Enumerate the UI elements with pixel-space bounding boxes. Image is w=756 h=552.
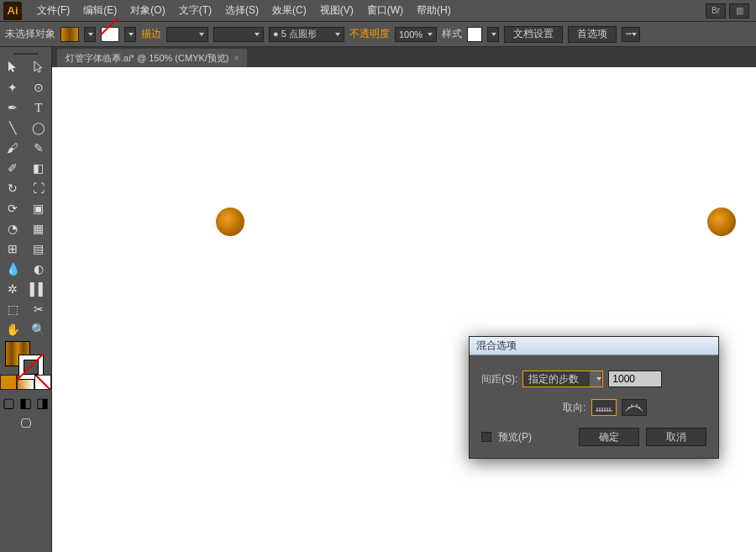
hand-tool[interactable]: ✋ xyxy=(0,319,26,339)
menu-effect[interactable]: 效果(C) xyxy=(265,3,313,18)
fill-swatch[interactable] xyxy=(60,27,79,42)
ellipse-tool[interactable]: ◯ xyxy=(26,118,52,138)
direct-selection-tool[interactable] xyxy=(26,57,52,77)
draw-normal-icon[interactable]: ▢ xyxy=(0,395,17,410)
line-tool[interactable]: ╲ xyxy=(0,118,26,138)
document-setup-button[interactable]: 文档设置 xyxy=(504,26,563,43)
paintbrush-tool[interactable]: 🖌 xyxy=(0,138,26,158)
preview-label: 预览(P) xyxy=(498,430,532,444)
mesh-tool[interactable]: ⊞ xyxy=(0,239,26,259)
profile-dropdown[interactable] xyxy=(213,27,264,42)
app-logo: Ai xyxy=(3,2,22,20)
draw-inside-icon[interactable]: ◨ xyxy=(34,395,51,410)
arrange-docs-icon[interactable]: ▥ xyxy=(729,3,749,18)
control-overflow[interactable]: ┉ xyxy=(622,27,640,42)
blend-tool[interactable]: ◐ xyxy=(26,259,52,279)
panel-grip[interactable] xyxy=(0,50,51,57)
fill-stroke-control[interactable] xyxy=(0,339,51,375)
menu-object[interactable]: 对象(O) xyxy=(123,3,171,18)
canvas[interactable]: 混合选项 间距(S): 指定的步数 取向: xyxy=(52,67,756,552)
artwork-circle-left[interactable] xyxy=(216,208,244,236)
magic-wand-tool[interactable]: ✦ xyxy=(0,77,26,97)
document-tab[interactable]: 灯管字体临摹.ai* @ 150% (CMYK/预览) × xyxy=(57,49,247,67)
lasso-tool[interactable]: ⊙ xyxy=(26,77,52,97)
tools-panel: ✦ ⊙ ✒ T ╲ ◯ 🖌 ✎ ✐ ◧ ↻ ⛶ ⟳ ▣ ◔ ▦ ⊞ ▤ 💧 ◐ … xyxy=(0,47,52,552)
graphic-style-swatch[interactable] xyxy=(467,27,482,42)
cancel-button[interactable]: 取消 xyxy=(646,428,706,446)
opacity-label[interactable]: 不透明度 xyxy=(349,27,390,41)
shape-builder-tool[interactable]: ◔ xyxy=(0,218,26,239)
document-area: 灯管字体临摹.ai* @ 150% (CMYK/预览) × 混合选项 间距(S)… xyxy=(52,47,756,552)
style-label: 样式 xyxy=(442,27,462,41)
menu-help[interactable]: 帮助(H) xyxy=(410,3,458,18)
menu-select[interactable]: 选择(S) xyxy=(218,3,265,18)
selection-status: 未选择对象 xyxy=(5,27,55,41)
ok-button[interactable]: 确定 xyxy=(579,428,639,446)
preferences-button[interactable]: 首选项 xyxy=(568,26,617,43)
close-tab-icon[interactable]: × xyxy=(234,54,239,63)
brush-dropdown[interactable]: ● 5 点圆形 xyxy=(269,27,344,42)
zoom-tool[interactable]: 🔍 xyxy=(26,319,52,339)
artwork-circle-right[interactable] xyxy=(707,208,736,236)
menu-edit[interactable]: 编辑(E) xyxy=(76,3,123,18)
spacing-label: 间距(S): xyxy=(481,372,517,386)
column-graph-tool[interactable]: ▌▌ xyxy=(26,279,52,299)
orientation-align-page-icon[interactable] xyxy=(591,399,617,416)
stroke-swatch[interactable] xyxy=(101,27,119,42)
color-mode-none[interactable] xyxy=(34,375,51,390)
orientation-label: 取向: xyxy=(563,401,585,415)
menu-window[interactable]: 窗口(W) xyxy=(360,3,410,18)
document-tab-title: 灯管字体临摹.ai* @ 150% (CMYK/预览) xyxy=(66,52,229,65)
menu-bar: Ai 文件(F) 编辑(E) 对象(O) 文字(T) 选择(S) 效果(C) 视… xyxy=(0,0,756,22)
slice-tool[interactable]: ✂ xyxy=(26,299,52,319)
document-tab-bar: 灯管字体临摹.ai* @ 150% (CMYK/预览) × xyxy=(52,47,756,67)
eyedropper-tool[interactable]: 💧 xyxy=(0,259,26,279)
perspective-grid-tool[interactable]: ▦ xyxy=(26,218,52,239)
menu-view[interactable]: 视图(V) xyxy=(313,3,360,18)
eraser-tool[interactable]: ◧ xyxy=(26,158,52,178)
scale-tool[interactable]: ⛶ xyxy=(26,178,52,198)
stroke-label[interactable]: 描边 xyxy=(141,27,161,41)
dialog-title-bar[interactable]: 混合选项 xyxy=(470,337,718,355)
spacing-value-input[interactable] xyxy=(608,371,662,387)
graphic-style-dropdown[interactable] xyxy=(487,27,499,42)
artboard-tool[interactable]: ⬚ xyxy=(0,299,26,319)
menu-file[interactable]: 文件(F) xyxy=(30,3,76,18)
selection-tool[interactable] xyxy=(0,57,26,77)
control-bar: 未选择对象 描边 ● 5 点圆形 不透明度 100% 样式 文档设置 首选项 ┉ xyxy=(0,22,756,47)
pencil-tool[interactable]: ✎ xyxy=(26,138,52,158)
orientation-align-path-icon[interactable] xyxy=(622,399,647,416)
free-transform-tool[interactable]: ▣ xyxy=(26,198,52,218)
width-tool[interactable]: ⟳ xyxy=(0,198,26,218)
blob-brush-tool[interactable]: ✐ xyxy=(0,158,26,178)
fill-dropdown[interactable] xyxy=(84,27,96,42)
menu-type[interactable]: 文字(T) xyxy=(172,3,218,18)
color-mode-solid[interactable] xyxy=(0,375,17,390)
stroke-weight-dropdown[interactable] xyxy=(166,27,208,42)
pen-tool[interactable]: ✒ xyxy=(0,97,26,118)
bridge-icon[interactable]: Br xyxy=(706,3,726,18)
blend-options-dialog: 混合选项 间距(S): 指定的步数 取向: xyxy=(469,336,719,459)
stroke-dropdown[interactable] xyxy=(124,27,136,42)
opacity-dropdown[interactable]: 100% xyxy=(395,27,437,42)
type-tool[interactable]: T xyxy=(26,97,52,118)
gradient-tool[interactable]: ▤ xyxy=(26,239,52,259)
rotate-tool[interactable]: ↻ xyxy=(0,178,26,198)
spacing-mode-select[interactable]: 指定的步数 xyxy=(522,371,603,387)
draw-behind-icon[interactable]: ◧ xyxy=(17,395,34,410)
preview-checkbox[interactable] xyxy=(481,432,491,442)
screen-mode-button[interactable]: 🖵 xyxy=(0,410,51,437)
symbol-sprayer-tool[interactable]: ✲ xyxy=(0,279,26,299)
